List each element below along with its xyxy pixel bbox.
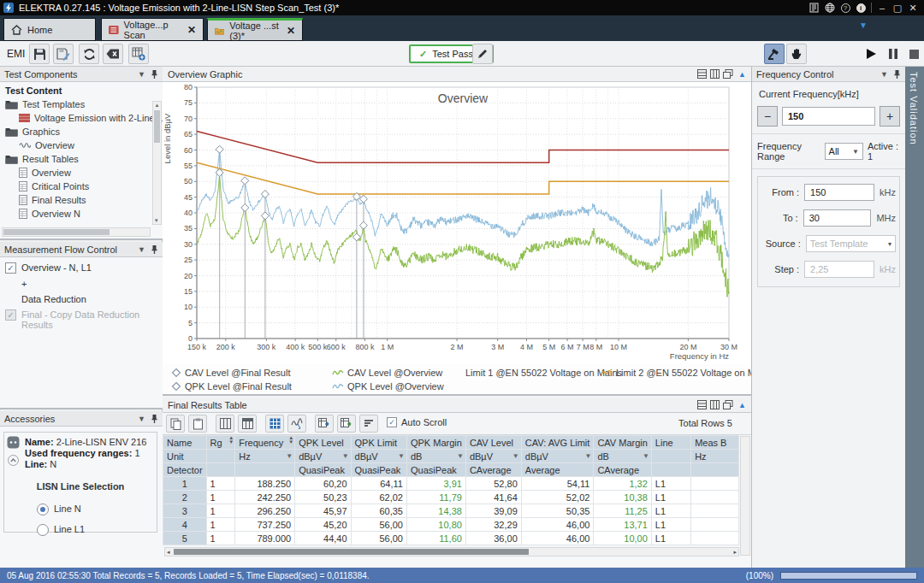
table-vertical-scrollbar[interactable] xyxy=(740,436,750,556)
copy-button[interactable] xyxy=(166,415,185,433)
tab-test[interactable]: Voltage ...st (3)* ✕ xyxy=(207,18,303,41)
close-button[interactable]: ✕ xyxy=(905,2,921,14)
flow-item-data-reduction[interactable]: Data Reduction xyxy=(0,289,163,304)
help-icon[interactable]: ? xyxy=(838,2,853,14)
column-header[interactable]: CAV: AVG Limit xyxy=(521,436,594,450)
tree-horizontal-scrollbar[interactable] xyxy=(2,227,151,237)
paste-button[interactable] xyxy=(188,415,207,433)
tab-scan-close-icon[interactable]: ✕ xyxy=(187,24,196,36)
radio-line-n[interactable]: Line N xyxy=(4,498,157,515)
sort-rows-button[interactable] xyxy=(359,415,378,433)
current-frequency-input[interactable]: 150 xyxy=(782,107,875,126)
pin-icon[interactable] xyxy=(893,69,901,80)
checkbox-checked[interactable]: ✓ xyxy=(387,417,397,427)
show-columns-button[interactable] xyxy=(216,415,234,433)
chevron-down-icon[interactable]: ▼ xyxy=(138,70,145,79)
pin-icon[interactable] xyxy=(151,244,158,255)
info-icon[interactable]: i xyxy=(853,2,868,14)
frequency-control-header[interactable]: Frequency Control ▼ xyxy=(752,67,905,82)
clear-button[interactable] xyxy=(103,44,123,64)
radio-line-l1[interactable]: Line L1 xyxy=(4,519,157,536)
tree-item[interactable]: Critical Points xyxy=(0,180,163,193)
unit-cell[interactable]: Hz▼ xyxy=(235,450,295,463)
radio-unselected-icon[interactable] xyxy=(37,524,49,536)
frequency-range-select[interactable]: All▼ xyxy=(825,143,863,160)
tab-scan[interactable]: Voltage...p Scan ✕ xyxy=(101,18,204,41)
show-in-graph-button[interactable] xyxy=(287,415,306,433)
table-row[interactable]: 41737.25045,2056,0010,8032,2946,0013,71L… xyxy=(163,518,739,532)
column-header[interactable]: CAV Margin xyxy=(594,436,651,450)
split-rows-icon[interactable] xyxy=(697,400,707,409)
accessories-header[interactable]: Accessories ▼ xyxy=(0,411,163,427)
pin-icon[interactable] xyxy=(151,414,158,424)
maximize-button[interactable]: ▢ xyxy=(890,2,905,14)
minimize-button[interactable]: – xyxy=(874,2,890,14)
collapse-circle-icon[interactable] xyxy=(8,455,19,466)
flow-item-overview[interactable]: ✓ Overview - N, L1 xyxy=(0,257,163,274)
refresh-button[interactable] xyxy=(79,44,99,64)
float-window-icon[interactable] xyxy=(723,400,733,409)
notes-icon[interactable] xyxy=(807,2,822,14)
table-row[interactable]: 51789.00044,4056,0011,6036,0046,0010,00L… xyxy=(163,532,739,545)
measurement-flow-header[interactable]: Measurement Flow Control ▼ xyxy=(0,242,163,257)
to-input[interactable]: 30 xyxy=(803,209,872,227)
table-row[interactable]: 31296.25045,9760,3514,3839,0950,3511,25L… xyxy=(163,504,739,518)
chevron-down-icon[interactable]: ▼ xyxy=(138,245,145,254)
checkbox-checked[interactable]: ✓ xyxy=(5,262,16,274)
tab-overflow-icon[interactable]: ▼ xyxy=(859,21,868,30)
column-header[interactable]: QPK Level xyxy=(295,436,351,450)
split-rows-icon[interactable] xyxy=(697,69,707,79)
unit-cell[interactable]: dBµV▼ xyxy=(521,450,594,463)
tree-item[interactable]: Overview N xyxy=(0,207,163,221)
emi-menu[interactable]: EMI xyxy=(7,48,25,60)
legend-item[interactable]: CAV Level @Overview xyxy=(332,366,462,380)
tree-item[interactable]: Overview xyxy=(0,138,163,152)
tab-test-close-icon[interactable]: ✕ xyxy=(287,25,295,37)
from-input[interactable]: 150 xyxy=(804,184,874,201)
marker-probe-button[interactable] xyxy=(764,44,785,64)
chevron-down-icon[interactable]: ▼ xyxy=(880,70,888,79)
legend-item[interactable]: Limit 2 @EN 55022 Voltage on Mains xyxy=(601,366,773,380)
unit-cell[interactable]: dBµV▼ xyxy=(465,450,521,463)
tree-item[interactable]: Voltage Emission with 2-Line-LISN St xyxy=(0,111,163,125)
column-header[interactable]: QPK Limit xyxy=(351,436,406,450)
test-validation-tab[interactable]: Test Validation xyxy=(905,67,924,568)
tree-item[interactable]: Graphics xyxy=(0,125,163,138)
tree-vertical-scrollbar[interactable]: ▴▾ xyxy=(152,101,162,225)
add-table-button[interactable] xyxy=(128,44,149,64)
table-row[interactable]: 11188.25060,2064,113,9152,8054,111,32L1 xyxy=(163,477,739,491)
tree-item[interactable]: Result Tables xyxy=(0,152,163,166)
pan-hand-button[interactable] xyxy=(786,44,807,64)
test-components-header[interactable]: Test Components ▼ xyxy=(0,67,163,82)
column-header[interactable]: CAV Level xyxy=(465,436,521,450)
export-table-button[interactable] xyxy=(315,415,334,433)
frequency-increment-button[interactable]: + xyxy=(880,106,900,127)
split-columns-icon[interactable] xyxy=(710,400,720,409)
play-button[interactable] xyxy=(861,44,881,64)
save-as-button[interactable] xyxy=(53,44,74,64)
freeze-columns-button[interactable] xyxy=(238,415,257,433)
collapse-panel-icon[interactable]: ▲ xyxy=(738,70,746,79)
globe-icon[interactable] xyxy=(822,2,838,14)
save-button[interactable] xyxy=(29,44,50,64)
legend-item[interactable]: QPK Level @Overview xyxy=(332,380,462,393)
tree-item[interactable]: Overview xyxy=(0,166,163,180)
column-header[interactable]: Meas B xyxy=(691,436,739,450)
collapse-panel-icon[interactable]: ▲ xyxy=(738,401,746,409)
legend-item[interactable]: Limit 1 @EN 55022 Voltage on Mains xyxy=(462,366,601,380)
flow-plus[interactable]: + xyxy=(0,274,163,289)
stop-button[interactable] xyxy=(903,44,924,64)
frequency-decrement-button[interactable]: − xyxy=(757,106,778,127)
pin-icon[interactable] xyxy=(151,69,158,80)
auto-scroll-toggle[interactable]: ✓ Auto Scroll xyxy=(387,417,447,427)
legend-item[interactable]: CAV Level @Final Result xyxy=(171,366,332,380)
column-header[interactable]: Rg▲▼ xyxy=(206,436,235,450)
pause-button[interactable] xyxy=(883,44,903,64)
unit-cell[interactable]: dBµV▼ xyxy=(351,450,406,463)
split-columns-icon[interactable] xyxy=(710,69,720,79)
unit-cell[interactable]: dB▼ xyxy=(406,450,465,463)
tab-home[interactable]: Home xyxy=(3,18,96,41)
column-header[interactable]: QPK Margin xyxy=(406,436,465,450)
radio-selected-icon[interactable] xyxy=(37,504,49,515)
tree-item[interactable]: Final Results xyxy=(0,193,163,207)
